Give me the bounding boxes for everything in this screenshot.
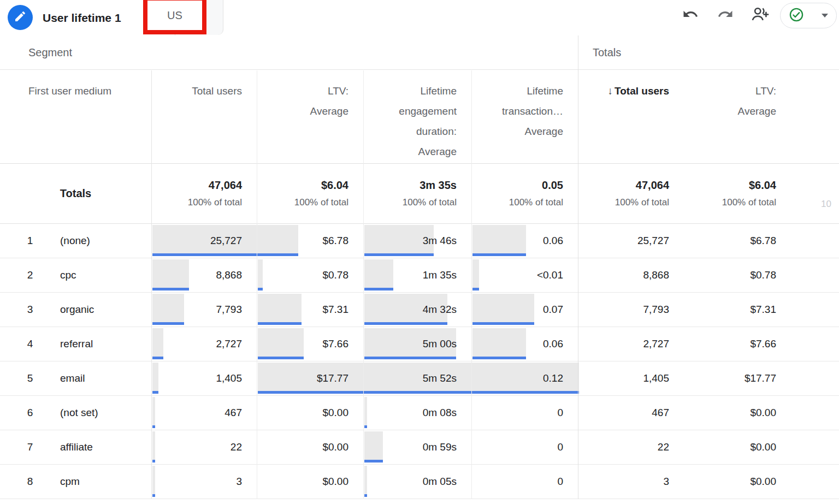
header-first-user-medium[interactable]: First user medium bbox=[28, 81, 111, 101]
value-bar bbox=[364, 466, 367, 497]
totals-section-label: Totals bbox=[593, 35, 621, 69]
totals-us-transaction: 0.05100% of total bbox=[471, 164, 578, 223]
row-rank: 5 bbox=[0, 361, 60, 395]
value-bar bbox=[364, 259, 393, 290]
cell-us-total-users: 22 bbox=[151, 430, 257, 464]
cell-us-engagement: 0m 05s bbox=[363, 465, 471, 499]
value-bar bbox=[364, 397, 367, 428]
column-divider bbox=[471, 70, 472, 499]
table-row: 7 affiliate 22 $0.00 0m 59s 0 22 $0.00 bbox=[0, 430, 839, 465]
row-rank: 4 bbox=[0, 327, 60, 361]
undo-icon bbox=[682, 6, 699, 25]
cell-us-ltv: $7.31 bbox=[257, 293, 363, 327]
cell-us-engagement: 5m 00s bbox=[363, 327, 471, 361]
row-medium: affiliate bbox=[60, 430, 151, 464]
cell-us-total-users: 7,793 bbox=[151, 293, 257, 327]
cell-totals-ltv: $7.31 bbox=[683, 293, 789, 327]
value-bar bbox=[472, 294, 534, 325]
totals-row: Totals 47,064100% of total $6.04100% of … bbox=[0, 164, 839, 224]
row-medium: cpm bbox=[60, 465, 151, 499]
header-totals-ltv-average[interactable]: LTV: Average bbox=[683, 81, 789, 121]
cell-us-transaction: 0 bbox=[471, 465, 578, 499]
table-row: 2 cpc 8,868 $0.78 1m 35s <0.01 8,868 $0.… bbox=[0, 258, 839, 293]
header-us-total-users[interactable]: Total users bbox=[151, 81, 257, 101]
value-bar bbox=[152, 431, 155, 463]
cell-us-ltv: $7.66 bbox=[257, 327, 363, 361]
row-medium: cpc bbox=[60, 258, 151, 292]
column-divider bbox=[363, 70, 364, 499]
header-us-lifetime-engagement[interactable]: Lifetime engagement duration: Average bbox=[363, 81, 471, 162]
edit-button[interactable] bbox=[8, 5, 33, 30]
segment-value-us[interactable]: US bbox=[167, 9, 182, 22]
approve-dropdown-button[interactable] bbox=[780, 3, 837, 28]
row-medium: email bbox=[60, 361, 151, 395]
cell-us-engagement: 5m 52s bbox=[363, 361, 471, 395]
row-rank: 1 bbox=[0, 224, 60, 258]
cell-us-transaction: 0.07 bbox=[471, 293, 578, 327]
row-rank: 6 bbox=[0, 396, 60, 430]
cell-totals-ltv: $7.66 bbox=[683, 327, 789, 361]
cell-us-engagement: 4m 32s bbox=[363, 293, 471, 327]
cell-totals-ltv: $0.00 bbox=[683, 430, 789, 464]
cell-totals-ltv: $17.77 bbox=[683, 361, 789, 395]
cell-us-total-users: 3 bbox=[151, 465, 257, 499]
totals-us-ltv: $6.04100% of total bbox=[257, 164, 363, 223]
redo-button[interactable] bbox=[717, 7, 734, 24]
value-bar bbox=[152, 328, 163, 359]
cell-us-ltv: $0.00 bbox=[257, 430, 363, 464]
header-us-lifetime-transaction[interactable]: Lifetime transaction… Average bbox=[471, 81, 578, 141]
tab-title: User lifetime 1 bbox=[43, 0, 121, 35]
cell-totals-total-users: 2,727 bbox=[578, 327, 683, 361]
cell-totals-total-users: 8,868 bbox=[578, 258, 683, 292]
row-medium: (not set) bbox=[60, 396, 151, 430]
cell-totals-total-users: 1,405 bbox=[578, 361, 683, 395]
cell-us-transaction: 0.12 bbox=[471, 361, 578, 395]
chevron-down-icon[interactable] bbox=[822, 14, 828, 17]
value-bar bbox=[258, 328, 304, 359]
header-us-ltv-average[interactable]: LTV: Average bbox=[257, 81, 363, 121]
value-bar bbox=[152, 363, 158, 394]
value-bar bbox=[472, 259, 479, 290]
value-bar bbox=[258, 259, 263, 290]
value-bar bbox=[152, 466, 155, 497]
cell-us-ltv: $17.77 bbox=[257, 361, 363, 395]
cell-us-ltv: $0.00 bbox=[257, 465, 363, 499]
cell-us-transaction: 0 bbox=[471, 430, 578, 464]
undo-button[interactable] bbox=[682, 7, 699, 24]
header-totals-total-users[interactable]: ↓Total users bbox=[578, 81, 683, 101]
row-rank: 8 bbox=[0, 465, 60, 499]
cell-us-total-users: 25,727 bbox=[151, 224, 257, 258]
totals-all-ltv: $6.04100% of total bbox=[683, 164, 789, 223]
table-row: 8 cpm 3 $0.00 0m 05s 0 3 $0.00 bbox=[0, 465, 839, 499]
share-users-button[interactable] bbox=[749, 5, 770, 26]
table-row: 6 (not set) 467 $0.00 0m 08s 0 467 $0.00 bbox=[0, 396, 839, 430]
table-row: 5 email 1,405 $17.77 5m 52s 0.12 1,405 $… bbox=[0, 361, 839, 396]
value-bar bbox=[472, 225, 526, 256]
check-circle-icon bbox=[789, 7, 804, 25]
cell-us-ltv: $6.78 bbox=[257, 224, 363, 258]
cell-totals-ltv: $6.78 bbox=[683, 224, 789, 258]
totals-row-label: Totals bbox=[0, 164, 151, 223]
cell-us-total-users: 467 bbox=[151, 396, 257, 430]
cell-us-transaction: 0.06 bbox=[471, 327, 578, 361]
toolbar: User lifetime 1 + bbox=[0, 0, 839, 35]
annotation-highlight-box: US bbox=[143, 0, 206, 34]
column-divider bbox=[257, 70, 257, 499]
cell-us-engagement: 0m 08s bbox=[363, 396, 471, 430]
cell-totals-ltv: $0.00 bbox=[683, 465, 789, 499]
person-add-icon bbox=[750, 4, 770, 26]
sort-descending-icon: ↓ bbox=[608, 85, 613, 97]
cell-us-engagement: 3m 46s bbox=[363, 224, 471, 258]
totals-us-total-users: 47,064100% of total bbox=[151, 164, 257, 223]
row-rank: 3 bbox=[0, 293, 60, 327]
pencil-icon bbox=[14, 10, 27, 25]
cell-totals-total-users: 467 bbox=[578, 396, 683, 430]
row-rank: 2 bbox=[0, 258, 60, 292]
cell-us-total-users: 8,868 bbox=[151, 258, 257, 292]
value-bar bbox=[152, 259, 189, 290]
cell-us-transaction: 0.06 bbox=[471, 224, 578, 258]
value-bar bbox=[152, 225, 258, 256]
table-row: 3 organic 7,793 $7.31 4m 32s 0.07 7,793 … bbox=[0, 293, 839, 327]
cell-totals-total-users: 7,793 bbox=[578, 293, 683, 327]
value-bar bbox=[152, 294, 184, 325]
